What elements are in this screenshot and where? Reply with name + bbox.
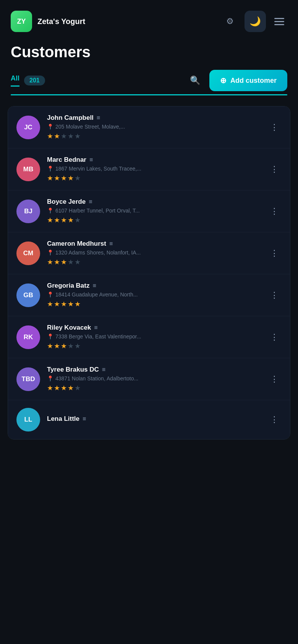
customer-name: Tyree Brakus DC bbox=[47, 366, 99, 374]
star-rating: ★★★★★ bbox=[47, 384, 260, 392]
customer-name-row: Tyree Brakus DC ≡ bbox=[47, 366, 260, 374]
list-details-icon: ≡ bbox=[83, 415, 86, 422]
filled-star-icon: ★ bbox=[68, 384, 74, 392]
filled-star-icon: ★ bbox=[54, 384, 60, 392]
customer-item[interactable]: LL Lena Little ≡ ⋮ bbox=[8, 400, 290, 439]
menu-button[interactable] bbox=[271, 15, 287, 28]
page-title: Customers bbox=[11, 43, 287, 61]
customer-info: Riley Kovacek ≡ 📍 7338 Berge Via, East V… bbox=[47, 324, 260, 350]
filled-star-icon: ★ bbox=[61, 216, 67, 224]
filled-star-icon: ★ bbox=[68, 300, 74, 308]
star-rating: ★★★★★ bbox=[47, 300, 260, 308]
dark-mode-button[interactable]: 🌙 bbox=[245, 11, 266, 32]
add-customer-button[interactable]: ⊕ Add customer bbox=[209, 70, 287, 91]
empty-star-icon: ★ bbox=[74, 132, 81, 140]
more-options-button[interactable]: ⋮ bbox=[267, 119, 282, 135]
more-options-button[interactable]: ⋮ bbox=[267, 287, 282, 303]
more-options-button[interactable]: ⋮ bbox=[267, 412, 282, 428]
tab-all[interactable]: All bbox=[11, 74, 19, 87]
menu-line-2 bbox=[274, 21, 284, 22]
customer-info: Gregoria Batz ≡ 📍 18414 Guadalupe Avenue… bbox=[47, 282, 260, 308]
customer-name: Gregoria Batz bbox=[47, 282, 89, 290]
customer-item[interactable]: RK Riley Kovacek ≡ 📍 7338 Berge Via, Eas… bbox=[8, 316, 290, 358]
customer-name-row: Riley Kovacek ≡ bbox=[47, 324, 260, 332]
customer-address: 📍 43871 Nolan Station, Adalbertoto... bbox=[47, 375, 260, 382]
avatar: CM bbox=[16, 242, 40, 265]
customer-name-row: Boyce Jerde ≡ bbox=[47, 198, 260, 206]
empty-star-icon: ★ bbox=[74, 216, 81, 224]
customer-info: Marc Bednar ≡ 📍 1867 Mervin Lakes, South… bbox=[47, 156, 260, 182]
customer-info: John Campbell ≡ 📍 205 Molave Street, Mol… bbox=[47, 114, 260, 140]
customer-name: John Campbell bbox=[47, 114, 94, 122]
filled-star-icon: ★ bbox=[68, 216, 74, 224]
filled-star-icon: ★ bbox=[61, 384, 67, 392]
location-icon: 📍 bbox=[47, 333, 53, 340]
avatar: LL bbox=[16, 408, 40, 431]
location-icon: 📍 bbox=[47, 208, 53, 214]
more-options-button[interactable]: ⋮ bbox=[267, 329, 282, 345]
header: ZY Zeta's Yogurt ⚙ 🌙 bbox=[0, 0, 298, 40]
filled-star-icon: ★ bbox=[61, 174, 67, 182]
menu-line-1 bbox=[274, 18, 284, 19]
customer-item[interactable]: MB Marc Bednar ≡ 📍 1867 Mervin Lakes, So… bbox=[8, 148, 290, 190]
filled-star-icon: ★ bbox=[47, 174, 53, 182]
customer-item[interactable]: GB Gregoria Batz ≡ 📍 18414 Guadalupe Ave… bbox=[8, 274, 290, 316]
search-button[interactable]: 🔍 bbox=[187, 72, 203, 89]
customer-name: Riley Kovacek bbox=[47, 324, 91, 332]
filled-star-icon: ★ bbox=[47, 342, 53, 350]
customer-item[interactable]: CM Cameron Medhurst ≡ 📍 1320 Adams Shore… bbox=[8, 232, 290, 274]
customer-address: 📍 6107 Harber Tunnel, Port Orval, T... bbox=[47, 208, 260, 214]
customer-info: Cameron Medhurst ≡ 📍 1320 Adams Shores, … bbox=[47, 240, 260, 266]
filled-star-icon: ★ bbox=[54, 258, 60, 266]
gear-icon[interactable]: ⚙ bbox=[226, 16, 234, 26]
customer-name: Boyce Jerde bbox=[47, 198, 86, 206]
customer-info: Lena Little ≡ bbox=[47, 415, 260, 425]
empty-star-icon: ★ bbox=[74, 342, 81, 350]
customer-name-row: Lena Little ≡ bbox=[47, 415, 260, 423]
tab-underline bbox=[11, 94, 287, 95]
avatar: TBD bbox=[16, 367, 40, 391]
star-rating: ★★★★★ bbox=[47, 174, 260, 182]
location-icon: 📍 bbox=[47, 166, 53, 172]
empty-star-icon: ★ bbox=[61, 132, 67, 140]
address-text: 6107 Harber Tunnel, Port Orval, T... bbox=[55, 208, 140, 214]
location-icon: 📍 bbox=[47, 375, 53, 382]
add-person-icon: ⊕ bbox=[220, 76, 227, 85]
list-details-icon: ≡ bbox=[89, 156, 93, 163]
empty-star-icon: ★ bbox=[68, 342, 74, 350]
tab-group: All 201 bbox=[11, 74, 181, 87]
customer-info: Boyce Jerde ≡ 📍 6107 Harber Tunnel, Port… bbox=[47, 198, 260, 224]
filled-star-icon: ★ bbox=[54, 132, 60, 140]
filled-star-icon: ★ bbox=[47, 258, 53, 266]
more-options-button[interactable]: ⋮ bbox=[267, 203, 282, 219]
address-text: 7338 Berge Via, East Valentinepor... bbox=[55, 333, 141, 340]
app-name: Zeta's Yogurt bbox=[37, 17, 221, 26]
filled-star-icon: ★ bbox=[47, 384, 53, 392]
customer-count-badge: 201 bbox=[24, 76, 45, 85]
list-details-icon: ≡ bbox=[102, 366, 105, 373]
more-options-button[interactable]: ⋮ bbox=[267, 161, 282, 177]
customer-name-row: Marc Bednar ≡ bbox=[47, 156, 260, 164]
customer-item[interactable]: JC John Campbell ≡ 📍 205 Molave Street, … bbox=[8, 106, 290, 148]
customer-item[interactable]: BJ Boyce Jerde ≡ 📍 6107 Harber Tunnel, P… bbox=[8, 190, 290, 232]
customer-item[interactable]: TBD Tyree Brakus DC ≡ 📍 43871 Nolan Stat… bbox=[8, 358, 290, 400]
customer-name-row: Gregoria Batz ≡ bbox=[47, 282, 260, 290]
filled-star-icon: ★ bbox=[61, 258, 67, 266]
empty-star-icon: ★ bbox=[74, 174, 81, 182]
customer-name-row: John Campbell ≡ bbox=[47, 114, 260, 122]
customer-address: 📍 18414 Guadalupe Avenue, North... bbox=[47, 291, 260, 298]
empty-star-icon: ★ bbox=[68, 132, 74, 140]
more-options-button[interactable]: ⋮ bbox=[267, 371, 282, 387]
address-text: 43871 Nolan Station, Adalbertoto... bbox=[55, 375, 138, 382]
customer-name-row: Cameron Medhurst ≡ bbox=[47, 240, 260, 248]
list-details-icon: ≡ bbox=[94, 324, 97, 331]
filled-star-icon: ★ bbox=[47, 300, 53, 308]
filled-star-icon: ★ bbox=[74, 300, 81, 308]
star-rating: ★★★★★ bbox=[47, 132, 260, 140]
list-details-icon: ≡ bbox=[97, 114, 100, 121]
address-text: 1867 Mervin Lakes, South Tracee,... bbox=[55, 166, 141, 172]
toolbar: All 201 🔍 ⊕ Add customer bbox=[0, 70, 298, 91]
more-options-button[interactable]: ⋮ bbox=[267, 245, 282, 261]
customer-name: Marc Bednar bbox=[47, 156, 86, 164]
empty-star-icon: ★ bbox=[74, 384, 81, 392]
